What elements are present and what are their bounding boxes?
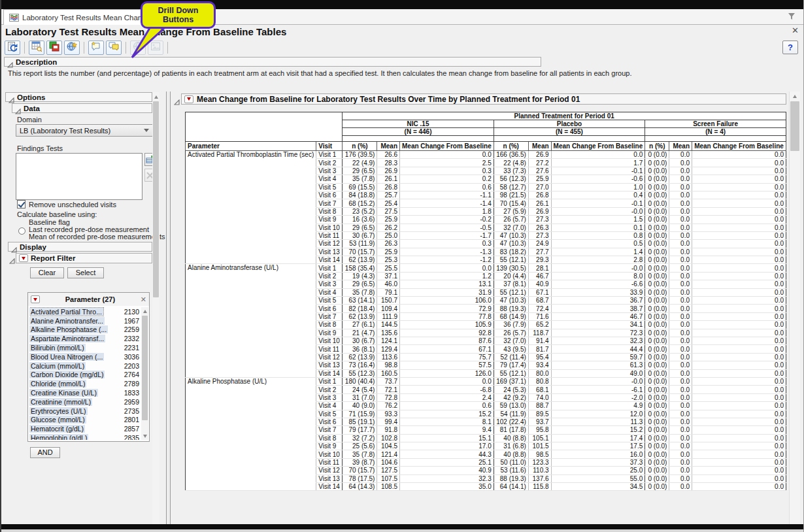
close-icon[interactable]: ✕ <box>141 296 146 303</box>
parameter-filter-item[interactable]: Carbon Dioxide (mg/dL)2764 <box>29 371 141 380</box>
parameter-filter-item[interactable]: Alanine Aminotransfer...1967 <box>29 316 141 325</box>
help-button[interactable]: ? <box>782 41 798 54</box>
collapse-triangle-icon[interactable] <box>8 94 14 100</box>
scroll-down-icon[interactable] <box>141 432 148 440</box>
value-cell: 135.6 <box>377 329 400 337</box>
close-icon[interactable]: ✕ <box>792 26 799 35</box>
value-cell: 0 (0.0) <box>645 305 669 312</box>
value-cell: 27 (6.1) <box>343 321 377 329</box>
value-cell: 0.0 <box>692 426 786 434</box>
red-menu-button[interactable] <box>19 254 28 262</box>
parameter-filter-item[interactable]: Hemoglobin (g/dL)2835 <box>29 433 141 440</box>
collapse-triangle-icon[interactable] <box>11 244 17 250</box>
annotate-icon <box>91 41 101 54</box>
red-menu-button[interactable] <box>31 295 40 303</box>
sticky-notes-button[interactable] <box>106 41 122 55</box>
parameter-filter-item[interactable]: Chloride (mmol/L)2789 <box>29 379 141 388</box>
value-cell: 24.9 <box>528 240 551 248</box>
value-cell: -6.6 <box>551 280 645 288</box>
remove-unscheduled-checkbox[interactable] <box>17 200 25 208</box>
parameter-filter-item[interactable]: Hematocrit (g/dL)2857 <box>29 424 141 433</box>
scroll-up-icon[interactable] <box>141 307 148 315</box>
filter-scrollbar[interactable] <box>141 307 148 440</box>
and-button[interactable]: AND <box>30 447 60 458</box>
parameter-filter-item[interactable]: Glucose (mmol/L)2801 <box>29 416 141 425</box>
panel-splitter[interactable] <box>166 91 171 524</box>
value-cell: 169 (37.1) <box>494 377 528 385</box>
filter-funnel-icon[interactable] <box>787 12 796 21</box>
value-cell: 72.8 <box>377 393 400 401</box>
collapse-triangle-icon[interactable] <box>15 105 21 111</box>
value-cell: 46.0 <box>377 280 400 288</box>
parameter-filter-item[interactable]: Bilirubin (mmol/L)2231 <box>29 343 141 352</box>
scrollbar-thumb[interactable] <box>790 101 799 151</box>
toolbar-separator <box>24 42 25 54</box>
value-cell: 62 (13.9) <box>343 312 377 320</box>
value-cell: 37 (8.1) <box>494 280 528 288</box>
value-cell: 0.0 <box>692 434 786 442</box>
filter-item-name: Alkaline Phosphatase (... <box>29 325 108 333</box>
scrollbar-thumb[interactable] <box>153 101 159 297</box>
baseline-radio-0[interactable] <box>18 227 25 235</box>
value-cell: 0.0 <box>692 386 786 393</box>
new-report-button[interactable] <box>64 41 80 55</box>
data-section-header[interactable]: Data <box>12 103 152 113</box>
value-cell: 8.0 <box>551 272 645 280</box>
save-image-button[interactable] <box>46 41 62 55</box>
scroll-up-icon[interactable] <box>790 92 800 100</box>
parameter-filter-item[interactable]: Creatinine (mmol/L)2959 <box>29 397 141 407</box>
callout-tail <box>126 24 165 60</box>
select-button[interactable]: Select <box>67 267 104 278</box>
value-cell: 49.0 <box>551 369 645 377</box>
parameter-filter-item[interactable]: Erythrocytes (U/L)2735 <box>29 407 141 416</box>
visit-cell: Visit 11 <box>316 345 343 353</box>
value-cell: 0.0 <box>692 418 786 425</box>
domain-select[interactable]: LB (Laboratory Test Results) <box>16 124 153 137</box>
value-cell: 0 (0.0) <box>645 231 669 239</box>
parameter-filter-item[interactable]: Alkaline Phosphatase (...2259 <box>29 325 141 335</box>
value-cell: 0 (0.0) <box>645 386 669 393</box>
value-cell: -1.7 <box>400 231 494 239</box>
options-panel-scrollbar[interactable] <box>152 92 159 524</box>
value-cell: 80.0 <box>528 369 551 377</box>
report-section-header[interactable]: Mean Change from Baseline for Laboratory… <box>181 93 786 105</box>
filter-item-count: 2835 <box>124 434 141 440</box>
value-cell: 85 (19.1) <box>343 418 377 425</box>
description-header[interactable]: Description <box>4 57 541 67</box>
parameter-filter-item[interactable]: Aspartate Aminotransf...2332 <box>29 334 141 343</box>
parameter-filter-item[interactable]: Blood Urea Nitrogen (...3036 <box>29 352 141 361</box>
parameter-filter-panel: Parameter (27) ✕ Activated Partial Thro.… <box>27 292 150 442</box>
annotate-button[interactable] <box>88 41 104 55</box>
visit-cell: Visit 14 <box>316 369 343 377</box>
filter-item-name: Hemoglobin (g/dL) <box>29 434 88 440</box>
collapse-triangle-icon[interactable] <box>174 96 180 102</box>
display-section-header[interactable]: Display <box>8 242 152 252</box>
options-header[interactable]: Options <box>5 92 152 102</box>
parameter-filter-item[interactable]: Calcium (mmol/L)2203 <box>29 361 141 371</box>
findings-tests-list[interactable] <box>16 153 142 200</box>
parameter-filter-item[interactable]: Creatine Kinase (U/L)1833 <box>29 388 141 397</box>
baseline-radio-label-2[interactable]: Mean of recorded pre-dose measurements <box>29 233 165 241</box>
clear-button[interactable]: Clear <box>30 267 64 278</box>
value-cell: 107.5 <box>377 474 400 482</box>
value-cell: 28.1 <box>528 264 551 272</box>
scrollbar-thumb[interactable] <box>142 316 148 420</box>
value-cell: 98 (21.5) <box>494 191 528 199</box>
value-cell: 0.0 <box>692 159 786 167</box>
value-cell: 93.3 <box>377 410 400 418</box>
scroll-up-icon[interactable] <box>152 93 159 101</box>
collapse-triangle-icon[interactable] <box>9 255 15 261</box>
filter-item-count: 2231 <box>124 344 141 352</box>
filter-item-count: 2789 <box>124 380 141 388</box>
visit-cell: Visit 9 <box>316 329 343 337</box>
report-scrollbar[interactable] <box>789 91 800 525</box>
parameter-filter-item[interactable]: Activated Partial Thro...2130 <box>29 307 141 316</box>
data-table-button[interactable] <box>29 41 44 55</box>
value-cell: 0.0 <box>669 467 692 474</box>
treatment-group-name: Screen Failure <box>645 120 786 128</box>
report-filter-header[interactable]: Report Filter <box>16 253 152 263</box>
collapse-triangle-icon[interactable] <box>7 59 13 65</box>
value-cell: 0 (0.0) <box>645 207 669 215</box>
red-menu-button[interactable] <box>184 95 193 103</box>
rerun-report-button[interactable] <box>5 41 20 55</box>
